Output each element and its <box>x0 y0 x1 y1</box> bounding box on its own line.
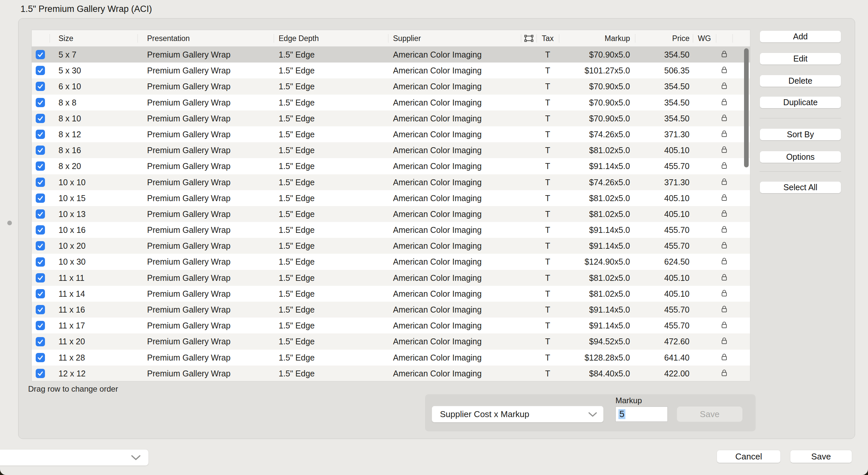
column-header-price[interactable]: Price <box>672 30 689 47</box>
markup-save-button[interactable]: Save <box>677 407 742 422</box>
table-header: Size Presentation Edge Depth Supplier Ta… <box>32 30 750 47</box>
row-presentation: Premium Gallery Wrap <box>147 126 230 142</box>
table-row[interactable]: 11 x 14 Premium Gallery Wrap 1.5" Edge A… <box>32 286 750 302</box>
table-row[interactable]: 6 x 10 Premium Gallery Wrap 1.5" Edge Am… <box>32 79 750 94</box>
preset-dropdown[interactable] <box>0 449 149 466</box>
pricing-method-dropdown[interactable]: Supplier Cost x Markup <box>432 406 603 422</box>
row-edge-depth: 1.5" Edge <box>279 222 315 238</box>
column-header-tax[interactable]: Tax <box>536 30 559 47</box>
table-row[interactable]: 10 x 16 Premium Gallery Wrap 1.5" Edge A… <box>32 222 750 238</box>
duplicate-button[interactable]: Duplicate <box>760 96 841 109</box>
chevron-down-icon <box>588 412 597 417</box>
row-markup: $81.02x5.0 <box>589 286 630 302</box>
row-size: 8 x 12 <box>59 126 81 142</box>
add-button[interactable]: Add <box>760 30 841 43</box>
dialog-window: 1.5" Premium Gallery Wrap (ACI) Size Pre… <box>0 0 868 475</box>
table-row[interactable]: 8 x 16 Premium Gallery Wrap 1.5" Edge Am… <box>32 142 750 158</box>
select-all-button[interactable]: Select All <box>760 181 841 194</box>
row-checkbox[interactable] <box>36 257 45 267</box>
row-price: 371.30 <box>664 174 689 190</box>
row-checkbox[interactable] <box>36 289 45 298</box>
vertical-scrollbar[interactable] <box>744 48 749 167</box>
row-checkbox[interactable] <box>36 50 45 59</box>
row-checkbox[interactable] <box>36 241 45 250</box>
edit-button[interactable]: Edit <box>760 53 841 65</box>
checkmark-icon <box>37 115 43 122</box>
row-checkbox[interactable] <box>36 82 45 91</box>
row-size: 10 x 20 <box>59 238 86 254</box>
table-row[interactable]: 11 x 11 Premium Gallery Wrap 1.5" Edge A… <box>32 270 750 286</box>
markup-input[interactable]: 5 <box>616 407 668 422</box>
lock-icon <box>716 79 733 90</box>
row-checkbox[interactable] <box>36 146 45 155</box>
lock-icon <box>716 158 733 170</box>
delete-button[interactable]: Delete <box>760 75 841 87</box>
row-size: 11 x 17 <box>59 318 85 333</box>
table-row[interactable]: 10 x 20 Premium Gallery Wrap 1.5" Edge A… <box>32 238 750 254</box>
row-checkbox[interactable] <box>36 209 45 219</box>
header-divider <box>274 34 274 43</box>
table-row[interactable]: 10 x 10 Premium Gallery Wrap 1.5" Edge A… <box>32 174 750 190</box>
options-button[interactable]: Options <box>760 151 841 163</box>
row-size: 11 x 16 <box>59 302 85 318</box>
table-row[interactable]: 10 x 15 Premium Gallery Wrap 1.5" Edge A… <box>32 190 750 206</box>
column-header-wg[interactable]: WG <box>693 30 716 47</box>
column-header-presentation[interactable]: Presentation <box>147 30 190 47</box>
table-row[interactable]: 11 x 17 Premium Gallery Wrap 1.5" Edge A… <box>32 318 750 333</box>
checkmark-icon <box>37 179 43 185</box>
row-checkbox[interactable] <box>36 194 45 203</box>
row-markup: $74.26x5.0 <box>589 126 630 142</box>
lock-icon <box>716 190 733 202</box>
row-checkbox[interactable] <box>36 337 45 346</box>
checkmark-icon <box>37 131 43 138</box>
table-row[interactable]: 8 x 12 Premium Gallery Wrap 1.5" Edge Am… <box>32 126 750 142</box>
column-header-supplier[interactable]: Supplier <box>393 30 421 47</box>
row-checkbox[interactable] <box>36 353 45 362</box>
save-button[interactable]: Save <box>790 450 852 463</box>
table-row[interactable]: 11 x 16 Premium Gallery Wrap 1.5" Edge A… <box>32 302 750 318</box>
checkmark-icon <box>37 67 43 74</box>
row-price: 455.70 <box>664 222 689 238</box>
row-checkbox[interactable] <box>36 114 45 123</box>
lock-icon <box>716 142 733 154</box>
row-checkbox[interactable] <box>36 305 45 314</box>
row-markup: $91.14x5.0 <box>589 302 630 318</box>
row-price: 405.10 <box>664 142 689 158</box>
row-markup: $124.90x5.0 <box>584 254 630 270</box>
checkmark-icon <box>37 211 43 217</box>
row-checkbox[interactable] <box>36 98 45 107</box>
sort-by-button[interactable]: Sort By <box>760 128 841 141</box>
table-row[interactable]: 11 x 28 Premium Gallery Wrap 1.5" Edge A… <box>32 350 750 365</box>
row-checkbox[interactable] <box>36 66 45 75</box>
table-row[interactable]: 10 x 13 Premium Gallery Wrap 1.5" Edge A… <box>32 206 750 222</box>
table-row[interactable]: 11 x 20 Premium Gallery Wrap 1.5" Edge A… <box>32 333 750 349</box>
lock-icon <box>716 47 733 58</box>
header-divider <box>733 34 733 43</box>
table-row[interactable]: 8 x 20 Premium Gallery Wrap 1.5" Edge Am… <box>32 158 750 174</box>
cancel-button[interactable]: Cancel <box>717 450 781 463</box>
row-supplier: American Color Imaging <box>393 206 482 222</box>
price-table: Size Presentation Edge Depth Supplier Ta… <box>31 30 750 381</box>
row-checkbox[interactable] <box>36 273 45 283</box>
lock-icon <box>716 254 733 265</box>
row-checkbox[interactable] <box>36 161 45 171</box>
table-row[interactable]: 5 x 7 Premium Gallery Wrap 1.5" Edge Ame… <box>32 47 750 62</box>
table-row[interactable]: 5 x 30 Premium Gallery Wrap 1.5" Edge Am… <box>32 62 750 79</box>
checkmark-icon <box>37 354 43 361</box>
table-row[interactable]: 12 x 12 Premium Gallery Wrap 1.5" Edge A… <box>32 365 750 381</box>
row-checkbox[interactable] <box>36 178 45 187</box>
lock-icon <box>716 126 733 138</box>
row-presentation: Premium Gallery Wrap <box>147 47 230 62</box>
column-header-markup[interactable]: Markup <box>604 30 630 47</box>
table-row[interactable]: 10 x 30 Premium Gallery Wrap 1.5" Edge A… <box>32 254 750 270</box>
row-price: 405.10 <box>664 190 689 206</box>
row-checkbox[interactable] <box>36 225 45 235</box>
column-header-size[interactable]: Size <box>59 30 73 47</box>
row-checkbox[interactable] <box>36 321 45 330</box>
row-checkbox[interactable] <box>36 130 45 139</box>
table-row[interactable]: 8 x 8 Premium Gallery Wrap 1.5" Edge Ame… <box>32 95 750 111</box>
table-row[interactable]: 8 x 10 Premium Gallery Wrap 1.5" Edge Am… <box>32 111 750 126</box>
row-checkbox[interactable] <box>36 369 45 378</box>
row-price: 354.50 <box>664 47 689 62</box>
column-header-edge-depth[interactable]: Edge Depth <box>279 30 319 47</box>
